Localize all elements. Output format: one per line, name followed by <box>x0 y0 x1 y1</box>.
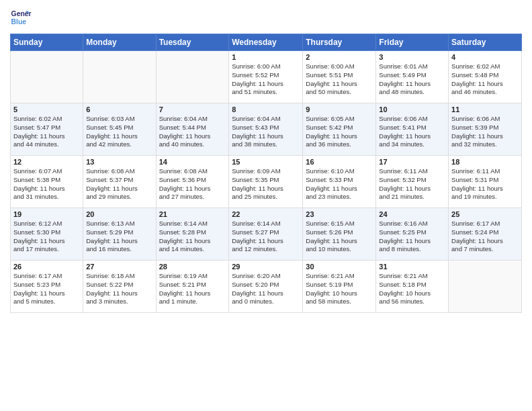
day-number: 14 <box>159 158 226 166</box>
day-info: Sunrise: 6:01 AM Sunset: 5:49 PM Dayligh… <box>379 62 445 97</box>
calendar-cell: 11Sunrise: 6:06 AM Sunset: 5:39 PM Dayli… <box>449 103 522 156</box>
calendar-cell: 13Sunrise: 6:08 AM Sunset: 5:37 PM Dayli… <box>83 156 156 208</box>
day-info: Sunrise: 6:09 AM Sunset: 5:35 PM Dayligh… <box>232 167 300 201</box>
calendar-cell <box>11 51 83 103</box>
day-info: Sunrise: 6:15 AM Sunset: 5:26 PM Dayligh… <box>306 220 373 254</box>
day-info: Sunrise: 6:21 AM Sunset: 5:18 PM Dayligh… <box>379 272 445 306</box>
day-info: Sunrise: 6:17 AM Sunset: 5:23 PM Dayligh… <box>13 272 80 306</box>
calendar-week-1: 1Sunrise: 6:00 AM Sunset: 5:52 PM Daylig… <box>11 51 522 103</box>
day-number: 6 <box>86 105 152 113</box>
day-number: 27 <box>86 263 152 271</box>
day-number: 22 <box>232 210 300 218</box>
calendar-cell: 20Sunrise: 6:13 AM Sunset: 5:29 PM Dayli… <box>83 208 156 261</box>
day-info: Sunrise: 6:17 AM Sunset: 5:24 PM Dayligh… <box>451 220 519 254</box>
weekday-header-tuesday: Tuesday <box>156 34 229 51</box>
day-number: 7 <box>159 105 226 113</box>
calendar-cell: 2Sunrise: 6:00 AM Sunset: 5:51 PM Daylig… <box>303 51 376 103</box>
day-number: 2 <box>306 53 373 61</box>
calendar-cell: 16Sunrise: 6:10 AM Sunset: 5:33 PM Dayli… <box>303 156 376 208</box>
page-header: General Blue <box>10 7 522 28</box>
calendar-cell <box>83 51 156 103</box>
weekday-header-thursday: Thursday <box>303 34 376 51</box>
calendar-cell: 30Sunrise: 6:21 AM Sunset: 5:19 PM Dayli… <box>303 261 376 313</box>
calendar-cell: 15Sunrise: 6:09 AM Sunset: 5:35 PM Dayli… <box>229 156 303 208</box>
day-info: Sunrise: 6:00 AM Sunset: 5:52 PM Dayligh… <box>232 62 300 97</box>
day-info: Sunrise: 6:21 AM Sunset: 5:19 PM Dayligh… <box>306 272 373 306</box>
svg-text:General: General <box>11 10 32 17</box>
day-number: 20 <box>86 210 152 218</box>
day-info: Sunrise: 6:05 AM Sunset: 5:42 PM Dayligh… <box>306 115 373 149</box>
calendar-cell: 12Sunrise: 6:07 AM Sunset: 5:38 PM Dayli… <box>11 156 83 208</box>
calendar-cell: 24Sunrise: 6:16 AM Sunset: 5:25 PM Dayli… <box>376 208 449 261</box>
day-number: 4 <box>451 53 519 61</box>
calendar-week-5: 26Sunrise: 6:17 AM Sunset: 5:23 PM Dayli… <box>11 261 522 313</box>
calendar-cell: 26Sunrise: 6:17 AM Sunset: 5:23 PM Dayli… <box>11 261 83 313</box>
day-number: 9 <box>306 105 373 113</box>
day-number: 13 <box>86 158 152 166</box>
day-number: 28 <box>159 263 226 271</box>
weekday-header-friday: Friday <box>376 34 449 51</box>
calendar-week-4: 19Sunrise: 6:12 AM Sunset: 5:30 PM Dayli… <box>11 208 522 261</box>
day-info: Sunrise: 6:06 AM Sunset: 5:39 PM Dayligh… <box>451 115 519 149</box>
calendar-cell: 10Sunrise: 6:06 AM Sunset: 5:41 PM Dayli… <box>376 103 449 156</box>
day-number: 18 <box>451 158 519 166</box>
day-number: 5 <box>13 105 80 113</box>
day-number: 31 <box>379 263 445 271</box>
calendar-cell: 17Sunrise: 6:11 AM Sunset: 5:32 PM Dayli… <box>376 156 449 208</box>
day-number: 26 <box>13 263 80 271</box>
logo: General Blue <box>10 7 32 28</box>
logo-icon: General Blue <box>10 7 32 28</box>
calendar-cell <box>156 51 229 103</box>
calendar-week-2: 5Sunrise: 6:02 AM Sunset: 5:47 PM Daylig… <box>11 103 522 156</box>
day-info: Sunrise: 6:08 AM Sunset: 5:36 PM Dayligh… <box>159 167 226 201</box>
day-info: Sunrise: 6:11 AM Sunset: 5:31 PM Dayligh… <box>451 167 519 201</box>
day-number: 30 <box>306 263 373 271</box>
day-number: 15 <box>232 158 300 166</box>
calendar-cell: 14Sunrise: 6:08 AM Sunset: 5:36 PM Dayli… <box>156 156 229 208</box>
calendar-cell: 3Sunrise: 6:01 AM Sunset: 5:49 PM Daylig… <box>376 51 449 103</box>
day-info: Sunrise: 6:04 AM Sunset: 5:44 PM Dayligh… <box>159 115 226 149</box>
calendar-cell: 22Sunrise: 6:14 AM Sunset: 5:27 PM Dayli… <box>229 208 303 261</box>
weekday-header-saturday: Saturday <box>449 34 522 51</box>
day-info: Sunrise: 6:18 AM Sunset: 5:22 PM Dayligh… <box>86 272 152 306</box>
calendar-cell: 25Sunrise: 6:17 AM Sunset: 5:24 PM Dayli… <box>449 208 522 261</box>
calendar-cell: 6Sunrise: 6:03 AM Sunset: 5:45 PM Daylig… <box>83 103 156 156</box>
weekday-header-sunday: Sunday <box>11 34 83 51</box>
calendar-cell: 7Sunrise: 6:04 AM Sunset: 5:44 PM Daylig… <box>156 103 229 156</box>
day-info: Sunrise: 6:04 AM Sunset: 5:43 PM Dayligh… <box>232 115 300 149</box>
day-info: Sunrise: 6:06 AM Sunset: 5:41 PM Dayligh… <box>379 115 445 149</box>
day-number: 17 <box>379 158 445 166</box>
day-number: 21 <box>159 210 226 218</box>
calendar-cell: 28Sunrise: 6:19 AM Sunset: 5:21 PM Dayli… <box>156 261 229 313</box>
day-info: Sunrise: 6:07 AM Sunset: 5:38 PM Dayligh… <box>13 167 80 201</box>
day-info: Sunrise: 6:03 AM Sunset: 5:45 PM Dayligh… <box>86 115 152 149</box>
weekday-header-monday: Monday <box>83 34 156 51</box>
day-info: Sunrise: 6:02 AM Sunset: 5:48 PM Dayligh… <box>451 62 519 97</box>
day-info: Sunrise: 6:00 AM Sunset: 5:51 PM Dayligh… <box>306 62 373 97</box>
calendar-cell: 29Sunrise: 6:20 AM Sunset: 5:20 PM Dayli… <box>229 261 303 313</box>
calendar-table: SundayMondayTuesdayWednesdayThursdayFrid… <box>10 34 522 313</box>
day-number: 11 <box>451 105 519 113</box>
calendar-cell: 1Sunrise: 6:00 AM Sunset: 5:52 PM Daylig… <box>229 51 303 103</box>
calendar-cell: 19Sunrise: 6:12 AM Sunset: 5:30 PM Dayli… <box>11 208 83 261</box>
calendar-cell: 5Sunrise: 6:02 AM Sunset: 5:47 PM Daylig… <box>11 103 83 156</box>
calendar-cell: 18Sunrise: 6:11 AM Sunset: 5:31 PM Dayli… <box>449 156 522 208</box>
day-number: 25 <box>451 210 519 218</box>
day-number: 16 <box>306 158 373 166</box>
svg-text:Blue: Blue <box>11 18 27 26</box>
page-container: General Blue SundayMondayTuesdayWednesda… <box>0 0 532 320</box>
calendar-cell: 8Sunrise: 6:04 AM Sunset: 5:43 PM Daylig… <box>229 103 303 156</box>
calendar-cell <box>449 261 522 313</box>
weekday-header-wednesday: Wednesday <box>229 34 303 51</box>
day-info: Sunrise: 6:19 AM Sunset: 5:21 PM Dayligh… <box>159 272 226 306</box>
weekday-header-row: SundayMondayTuesdayWednesdayThursdayFrid… <box>11 34 522 51</box>
calendar-cell: 27Sunrise: 6:18 AM Sunset: 5:22 PM Dayli… <box>83 261 156 313</box>
day-number: 10 <box>379 105 445 113</box>
day-info: Sunrise: 6:08 AM Sunset: 5:37 PM Dayligh… <box>86 167 152 201</box>
calendar-week-3: 12Sunrise: 6:07 AM Sunset: 5:38 PM Dayli… <box>11 156 522 208</box>
day-number: 12 <box>13 158 80 166</box>
calendar-cell: 4Sunrise: 6:02 AM Sunset: 5:48 PM Daylig… <box>449 51 522 103</box>
day-number: 8 <box>232 105 300 113</box>
day-number: 1 <box>232 53 300 61</box>
day-number: 19 <box>13 210 80 218</box>
